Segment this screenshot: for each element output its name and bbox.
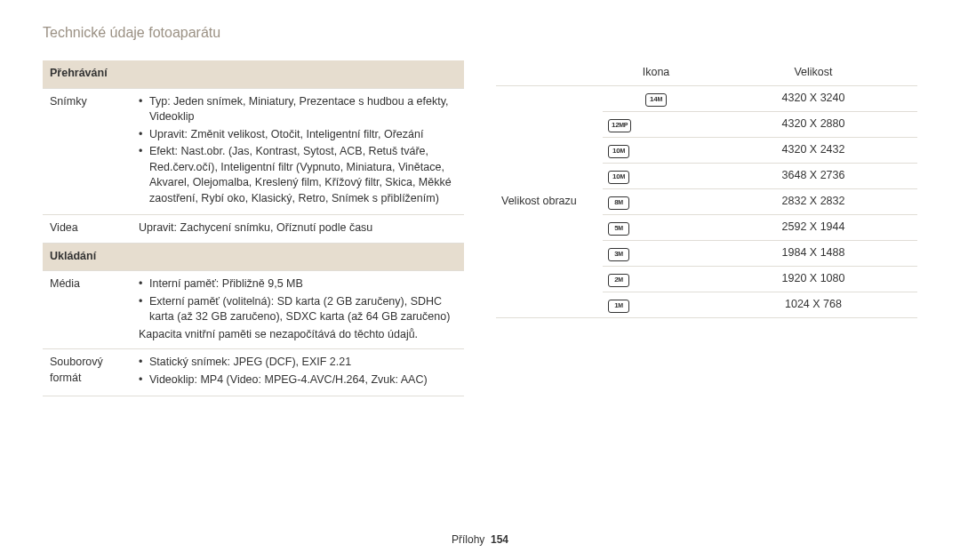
mp-icon: 2M — [608, 274, 629, 287]
size-icon: 2M — [603, 266, 709, 292]
mp-icon: 12MP — [608, 119, 631, 132]
size-value: 1024 X 768 — [709, 292, 917, 317]
spec-table-left: Přehrávání Snímky Typ: Jeden snímek, Min… — [43, 60, 464, 396]
mp-icon: 1M — [608, 300, 629, 313]
label-fileformat: Souborový formát — [43, 349, 132, 396]
label-videos: Videa — [43, 215, 132, 244]
size-icon: 10M — [603, 163, 709, 188]
mp-icon: 10M — [608, 171, 629, 184]
col-size: Velikost — [709, 60, 917, 85]
right-column: Ikona Velikost Velikost obrazu14M4320 X … — [496, 60, 917, 396]
page-footer: Přílohy 154 — [0, 533, 960, 546]
mp-icon: 5M — [608, 222, 629, 236]
section-storage: Ukládání — [43, 243, 464, 271]
size-icon: 5M — [603, 214, 709, 240]
size-icon: 1M — [603, 292, 709, 317]
size-icon: 10M — [603, 137, 709, 163]
left-column: Přehrávání Snímky Typ: Jeden snímek, Min… — [43, 60, 464, 396]
size-table: Ikona Velikost Velikost obrazu14M4320 X … — [496, 60, 917, 318]
label-images: Snímky — [43, 88, 132, 215]
media-external: Externí paměť (volitelná): SD karta (2 G… — [139, 294, 457, 325]
size-value: 1984 X 1488 — [709, 240, 917, 266]
size-icon: 14M — [603, 85, 709, 111]
label-media: Média — [43, 271, 132, 349]
fileformat-still: Statický snímek: JPEG (DCF), EXIF 2.21 — [139, 355, 457, 371]
size-value: 4320 X 2880 — [709, 111, 917, 137]
size-value: 4320 X 2432 — [709, 137, 917, 163]
media-internal: Interní paměť: Přibližně 9,5 MB — [139, 276, 457, 292]
size-value: 2592 X 1944 — [709, 214, 917, 240]
images-type: Typ: Jeden snímek, Miniatury, Prezentace… — [139, 94, 457, 125]
footer-page: 154 — [491, 533, 508, 546]
fileformat-video: Videoklip: MP4 (Video: MPEG-4.AVC/H.264,… — [139, 372, 457, 388]
images-edit: Upravit: Změnit velikost, Otočit, Inteli… — [139, 127, 457, 143]
videos-value: Upravit: Zachycení snímku, Oříznutí podl… — [132, 215, 464, 244]
images-effect: Efekt: Nast.obr. (Jas, Kontrast, Sytost,… — [139, 144, 457, 206]
mp-icon: 3M — [608, 248, 629, 261]
page-title: Technické údaje fotoaparátu — [43, 25, 917, 41]
media-note: Kapacita vnitřní paměti se nezapočítává … — [139, 327, 457, 343]
size-value: 4320 X 3240 — [709, 85, 917, 111]
size-value: 3648 X 2736 — [709, 163, 917, 188]
size-value: 2832 X 2832 — [709, 188, 917, 214]
mp-icon: 14M — [645, 93, 667, 107]
size-icon: 3M — [603, 240, 709, 266]
size-icon: 8M — [603, 188, 709, 214]
size-icon: 12MP — [603, 111, 709, 137]
mp-icon: 8M — [608, 196, 629, 210]
mp-icon: 10M — [608, 145, 629, 158]
size-value: 1920 X 1080 — [709, 266, 917, 292]
col-icon: Ikona — [603, 60, 709, 85]
label-image-size: Velikost obrazu — [496, 85, 603, 317]
section-playback: Přehrávání — [43, 60, 464, 88]
footer-section: Přílohy — [452, 533, 484, 546]
